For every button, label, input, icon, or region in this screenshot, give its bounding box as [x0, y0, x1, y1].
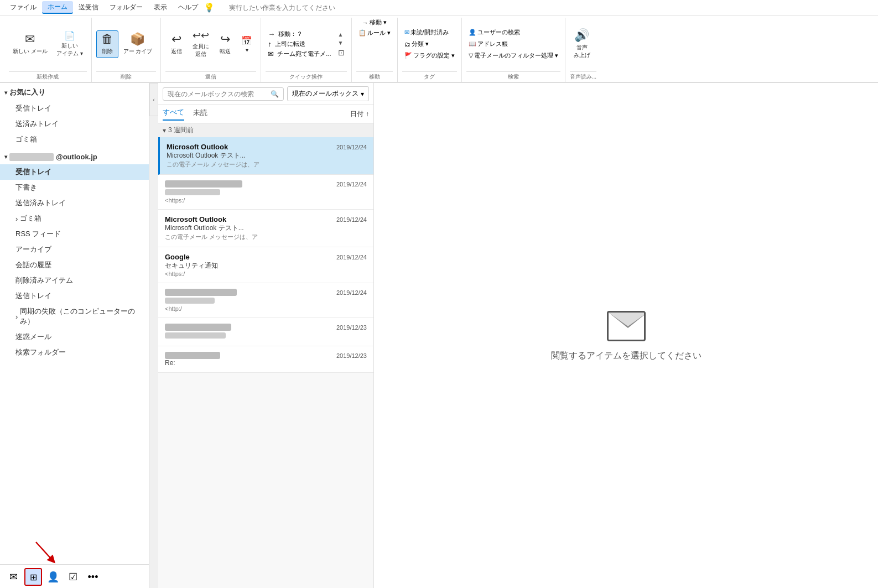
- move-dropdown-button[interactable]: → 移動 ▾: [360, 18, 389, 27]
- ribbon-group-delete-label: 削除: [96, 71, 157, 82]
- new-item-button[interactable]: 📄 新しいアイテム ▾: [53, 28, 87, 60]
- quick-team-mail-button[interactable]: ✉ チーム宛て電子メ...: [266, 49, 333, 59]
- footer-contacts-button[interactable]: 👤: [44, 568, 62, 586]
- sidebar-item-outbox[interactable]: 送信トレイ: [0, 288, 149, 304]
- footer-mail-icon: ✉: [9, 571, 18, 583]
- quick-forward-boss-label: 上司に転送: [275, 40, 305, 48]
- categorize-button[interactable]: 🗂 分類 ▾: [402, 39, 457, 49]
- quick-expand-down[interactable]: ▼: [336, 39, 347, 46]
- forward-button[interactable]: ↪ 転送: [214, 30, 236, 58]
- sidebar-item-drafts[interactable]: 下書き: [0, 180, 149, 195]
- new-mail-button[interactable]: ✉ 新しい メール: [9, 30, 51, 58]
- delete-button[interactable]: 🗑 削除: [96, 30, 118, 58]
- mail-search-input-container[interactable]: 🔍: [163, 87, 284, 101]
- mail-preview-3: この電子メール メッセージは、ア: [165, 233, 367, 241]
- menu-send-receive[interactable]: 送受信: [73, 2, 104, 13]
- search-scope-dropdown[interactable]: 現在のメールボックス ▾: [287, 86, 369, 101]
- mail-item-4[interactable]: Google 2019/12/24 セキュリティ通知 <https:/: [158, 247, 373, 283]
- sidebar-item-junk[interactable]: 迷惑メール: [0, 329, 149, 345]
- ribbon-group-move-label: 移動: [356, 71, 393, 82]
- mail-item-7[interactable]: 2019/12/23 Re:: [158, 346, 373, 373]
- sidebar-item-trash[interactable]: › ゴミ箱: [0, 211, 149, 226]
- ribbon-group-search: 👤 ユーザーの検索 📖 アドレス帳 ▽ 電子メールのフィルター処理 ▾ 検索: [462, 18, 565, 82]
- sidebar-item-search-folders[interactable]: 検索フォルダー: [0, 345, 149, 360]
- mail-item-1[interactable]: Microsoft Outlook 2019/12/24 Microsoft O…: [158, 137, 373, 175]
- user-search-button[interactable]: 👤 ユーザーの検索: [466, 27, 560, 38]
- trash-chevron-icon: ›: [15, 215, 18, 223]
- sidebar-item-sync-failure[interactable]: › 同期の失敗（このコンピューターのみ）: [0, 304, 149, 329]
- footer-mail-button[interactable]: ✉: [4, 568, 22, 586]
- footer-more-button[interactable]: •••: [84, 568, 102, 586]
- mail-item-6[interactable]: 2019/12/23: [158, 318, 373, 346]
- reply-all-button[interactable]: ↩↩ 全員に返信: [189, 28, 213, 61]
- new-item-label: 新しいアイテム ▾: [56, 42, 83, 58]
- mail-search-input[interactable]: [168, 90, 268, 98]
- email-filter-button[interactable]: ▽ 電子メールのフィルター処理 ▾: [466, 50, 560, 61]
- sidebar-account-header[interactable]: ▾ @outlook.jp: [0, 149, 149, 164]
- voice-button[interactable]: 🔊 音声み上げ: [570, 27, 594, 62]
- mail-date-2: 2019/12/24: [336, 181, 367, 188]
- sidebar-item-trash-favorites[interactable]: ゴミ箱: [0, 132, 149, 147]
- group-chevron-icon: ▾: [163, 127, 166, 134]
- sidebar-item-archive[interactable]: アーカイブ: [0, 242, 149, 257]
- mail-item-3[interactable]: Microsoft Outlook 2019/12/24 Microsoft O…: [158, 210, 373, 247]
- reply-label: 返信: [171, 48, 182, 55]
- mail-preview-1: この電子メール メッセージは、ア: [167, 160, 367, 169]
- rules-button[interactable]: 📋 ルール ▾: [356, 28, 393, 38]
- archive-icon: 📦: [130, 33, 145, 45]
- quick-forward-boss-button[interactable]: ↑ 上司に転送: [266, 39, 333, 49]
- quick-actions-list: → 移動：？ ↑ 上司に転送 ✉ チーム宛て電子メ...: [266, 29, 333, 59]
- mail-date-7: 2019/12/23: [336, 352, 367, 359]
- sync-chevron-icon: ›: [15, 313, 18, 321]
- sidebar-item-conversation-history[interactable]: 会話の履歴: [0, 257, 149, 273]
- mail-item-5[interactable]: 2019/12/24 <http:/: [158, 283, 373, 318]
- mail-item-2[interactable]: 2019/12/24 <https:/: [158, 175, 373, 210]
- quick-expand-more[interactable]: ⊡: [336, 48, 347, 58]
- footer-tasks-button[interactable]: ☑: [64, 568, 82, 586]
- mail-tabs-bar: すべて 未読 日付 ↑: [158, 105, 373, 123]
- mail-preview-2: <https:/: [165, 197, 367, 204]
- tab-unread[interactable]: 未読: [193, 108, 207, 120]
- archive-button[interactable]: 📦 アー カイブ: [120, 30, 157, 58]
- search-input[interactable]: [229, 4, 340, 12]
- forward-boss-icon: ↑: [268, 40, 272, 48]
- search-bar[interactable]: [229, 4, 340, 12]
- footer-tasks-icon: ☑: [69, 571, 77, 583]
- unread-button[interactable]: ✉ 未読/開封済み: [402, 27, 457, 38]
- menu-folder[interactable]: フォルダー: [104, 2, 148, 13]
- menu-home[interactable]: ホーム: [42, 1, 73, 14]
- lightbulb-icon: 💡: [204, 2, 215, 13]
- delete-icon: 🗑: [101, 33, 113, 45]
- sidebar-item-rss[interactable]: RSS フィード: [0, 226, 149, 242]
- sort-date[interactable]: 日付 ↑: [350, 110, 369, 119]
- delete-label: 削除: [102, 48, 113, 55]
- quick-move-button[interactable]: → 移動：？: [266, 29, 333, 39]
- sidebar-item-deleted[interactable]: 削除済みアイテム: [0, 273, 149, 288]
- sidebar-footer-container: ✉ ⊞ 👤 ☑ •••: [0, 564, 149, 588]
- sidebar-item-sent[interactable]: 送信済みトレイ: [0, 195, 149, 211]
- more-reply-button[interactable]: 📅 ▾: [237, 33, 256, 56]
- ribbon-group-tags: ✉ 未読/開封済み 🗂 分類 ▾ 🚩 フラグの設定 ▾ タグ: [398, 18, 462, 82]
- sidebar-item-sent-favorites[interactable]: 送済みトレイ: [0, 116, 149, 132]
- footer-calendar-button[interactable]: ⊞: [24, 568, 42, 586]
- sidebar-collapse-button[interactable]: ‹: [149, 83, 158, 116]
- sidebar-item-inbox-favorites[interactable]: 受信トレイ: [0, 101, 149, 116]
- menubar: ファイル ホーム 送受信 フォルダー 表示 ヘルプ 💡: [0, 0, 878, 15]
- menu-help[interactable]: ヘルプ: [173, 2, 204, 13]
- sidebar-favorites-label: お気に入り: [9, 87, 45, 97]
- categorize-label: 分類 ▾: [412, 40, 429, 48]
- archive-label: アー カイブ: [123, 48, 153, 55]
- menu-view[interactable]: 表示: [148, 2, 173, 13]
- address-book-icon: 📖: [469, 40, 476, 48]
- address-book-button[interactable]: 📖 アドレス帳: [466, 39, 560, 49]
- reply-button[interactable]: ↩ 返信: [165, 30, 188, 58]
- unread-label: 未読/開封済み: [411, 28, 449, 37]
- sidebar-item-inbox[interactable]: 受信トレイ: [0, 164, 149, 180]
- tab-all[interactable]: すべて: [163, 107, 184, 121]
- move-dropdown-icon: →: [362, 19, 368, 26]
- quick-expand-up[interactable]: ▲: [336, 31, 347, 38]
- flag-button[interactable]: 🚩 フラグの設定 ▾: [402, 50, 457, 61]
- sidebar-favorites-header[interactable]: ▾ お気に入り: [0, 84, 149, 101]
- menu-file[interactable]: ファイル: [4, 2, 42, 13]
- ribbon-group-quick-label: クイック操作: [266, 71, 346, 82]
